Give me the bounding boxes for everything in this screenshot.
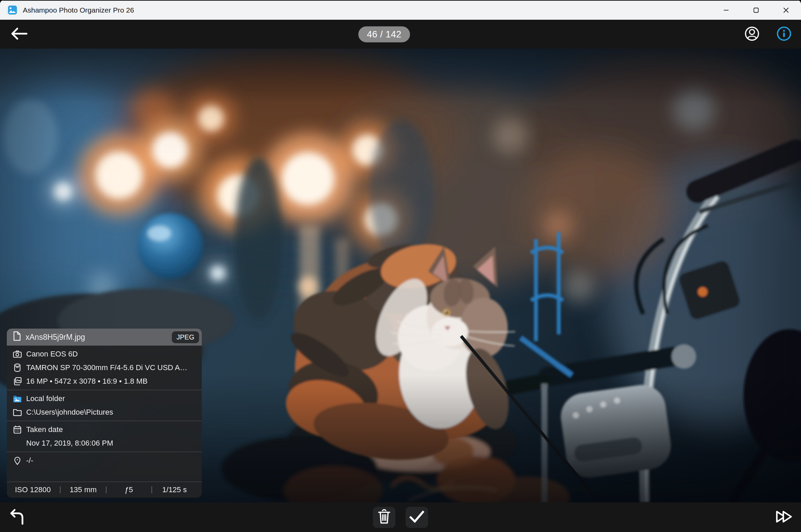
camera-row: Canon EOS 6D	[7, 347, 202, 361]
iso-value: ISO 12800	[12, 485, 60, 494]
info-icon	[776, 26, 792, 43]
app-logo-icon	[6, 4, 18, 16]
exif-footer: ISO 12800 135 mm ƒ5 1/125 s	[7, 482, 202, 498]
maximize-button[interactable]	[741, 1, 771, 20]
window-title: Ashampoo Photo Organizer Pro 26	[23, 6, 134, 14]
size-row: 16 MP • 5472 x 3078 • 16:9 • 1.8 MB	[7, 375, 202, 388]
camera-section: Canon EOS 6D TAMRON SP 70-300mm F/4-5.6 …	[7, 346, 202, 390]
undo-arrow-icon	[8, 508, 25, 527]
camera-icon	[13, 350, 22, 358]
location-row: -/-	[7, 454, 202, 467]
lens-row: TAMRON SP 70-300mm F/4-5.6 Di VC USD A…	[7, 361, 202, 375]
close-button[interactable]	[771, 1, 801, 20]
undo-button[interactable]	[8, 508, 25, 527]
back-button[interactable]	[9, 26, 29, 43]
aperture-value: ƒ5	[107, 485, 151, 494]
skip-forward-button[interactable]	[775, 510, 793, 525]
date-value-label: Nov 17, 2019, 8:06:06 PM	[26, 439, 113, 448]
title-bar: Ashampoo Photo Organizer Pro 26	[0, 0, 801, 20]
source-section: Local folder C:\Users\johndoe\Pictures	[7, 390, 202, 421]
date-section: Taken date Nov 17, 2019, 8:06:06 PM	[7, 421, 202, 452]
date-title-label: Taken date	[26, 425, 63, 434]
photo-counter-badge: 46 / 142	[358, 26, 410, 42]
metadata-header: xAns8H5j9rM.jpg JPEG	[7, 329, 202, 346]
review-actions	[373, 507, 428, 528]
format-badge: JPEG	[172, 331, 199, 343]
user-profile-button[interactable]	[744, 26, 760, 43]
focal-length-value: 135 mm	[61, 485, 105, 494]
accept-button[interactable]	[406, 507, 428, 528]
app-window: Ashampoo Photo Organizer Pro 26 46 / 142	[0, 0, 801, 532]
delete-button[interactable]	[373, 507, 395, 528]
lens-icon	[13, 363, 22, 372]
filename-label: xAns8H5j9rM.jpg	[26, 333, 172, 342]
pictures-folder-icon	[13, 395, 22, 403]
location-value-label: -/-	[26, 456, 33, 465]
camera-label: Canon EOS 6D	[26, 350, 78, 359]
calendar-icon	[13, 425, 22, 434]
location-pin-icon	[13, 456, 22, 465]
user-icon	[744, 26, 760, 43]
top-toolbar: 46 / 142	[0, 20, 801, 49]
window-controls	[711, 1, 801, 20]
path-label: C:\Users\johndoe\Pictures	[26, 408, 113, 417]
info-button[interactable]	[776, 26, 792, 43]
minimize-button[interactable]	[711, 1, 741, 20]
location-section: -/-	[7, 452, 202, 482]
folder-icon	[13, 409, 22, 416]
size-label: 16 MP • 5472 x 3078 • 16:9 • 1.8 MB	[26, 377, 148, 386]
bottom-toolbar	[0, 502, 801, 532]
shutter-speed-value: 1/125 s	[152, 485, 197, 494]
checkmark-icon	[409, 510, 425, 525]
file-icon	[13, 331, 21, 343]
lens-label: TAMRON SP 70-300mm F/4-5.6 Di VC USD A…	[26, 363, 187, 372]
image-stack-icon	[13, 377, 22, 386]
photo-view[interactable]: xAns8H5j9rM.jpg JPEG Canon EOS 6D	[0, 49, 801, 502]
source-row: Local folder	[7, 392, 202, 405]
path-row: C:\Users\johndoe\Pictures	[7, 405, 202, 419]
date-value-row: Nov 17, 2019, 8:06:06 PM	[7, 436, 202, 450]
back-arrow-icon	[9, 26, 29, 43]
source-label: Local folder	[26, 394, 65, 403]
fast-forward-icon	[775, 510, 793, 525]
trash-icon	[376, 509, 392, 526]
date-title-row: Taken date	[7, 423, 202, 436]
metadata-panel: xAns8H5j9rM.jpg JPEG Canon EOS 6D	[7, 329, 202, 498]
